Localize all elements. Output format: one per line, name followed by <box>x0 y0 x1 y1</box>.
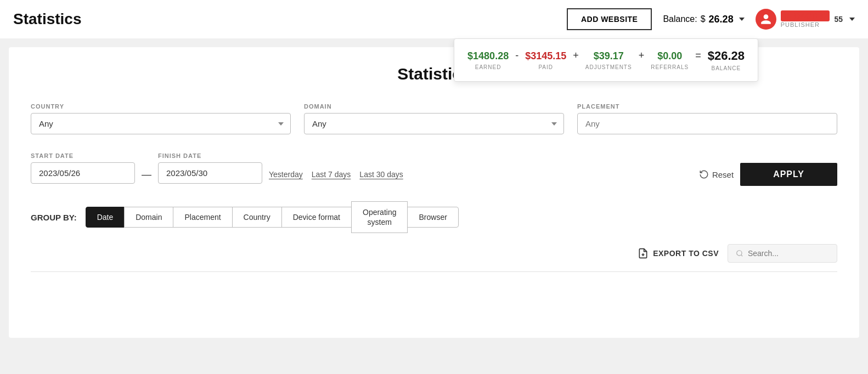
group-by-device-button[interactable]: Device format <box>281 207 352 228</box>
earned-item: $1480.28 EARNED <box>467 50 509 70</box>
balance-total-item: $26.28 BALANCE <box>708 49 745 71</box>
last30days-button[interactable]: Last 30 days <box>359 170 403 179</box>
finish-date-input[interactable] <box>158 162 262 184</box>
plus-op-2: + <box>639 50 645 61</box>
group-by-label: GROUP BY: <box>31 213 77 222</box>
user-name: REDACTED <box>781 10 830 21</box>
user-number: 55 <box>834 15 843 24</box>
start-date-label: START DATE <box>31 152 135 159</box>
earned-value: $1480.28 <box>467 50 509 62</box>
adjustments-value: $39.17 <box>594 50 624 62</box>
apply-button[interactable]: APPLY <box>740 163 837 186</box>
svg-line-3 <box>741 255 743 257</box>
start-date-input[interactable] <box>31 162 135 184</box>
quick-dates: Yesterday Last 7 days Last 30 days <box>269 170 403 179</box>
group-by-os-button[interactable]: Operatingsystem <box>351 201 408 233</box>
search-icon <box>736 249 743 258</box>
date-dash: — <box>142 169 151 180</box>
search-input[interactable] <box>748 249 829 258</box>
domain-filter-label: DOMAIN <box>304 103 564 110</box>
country-filter-label: COUNTRY <box>31 103 291 110</box>
country-select[interactable]: Any <box>31 113 291 134</box>
balance-currency: $ <box>701 14 706 24</box>
referrals-value: $0.00 <box>657 50 682 62</box>
user-chevron-icon <box>849 18 855 21</box>
balance-total-label: BALANCE <box>712 65 741 71</box>
start-date-group: START DATE <box>31 152 135 184</box>
group-by-date-button[interactable]: Date <box>86 207 125 228</box>
table-area <box>31 271 837 272</box>
yesterday-button[interactable]: Yesterday <box>269 170 303 179</box>
country-filter-group: COUNTRY Any <box>31 103 291 134</box>
reset-icon <box>699 169 709 179</box>
balance-section[interactable]: Balance: $ 26.28 <box>663 14 744 25</box>
paid-label: PAID <box>538 64 553 70</box>
export-csv-button[interactable]: EXPORT TO CSV <box>638 248 719 259</box>
domain-filter-group: DOMAIN Any <box>304 103 564 134</box>
finish-date-label: FINISH DATE <box>158 152 262 159</box>
header-right: ADD WEBSITE Balance: $ 26.28 REDACTED PU… <box>567 8 855 30</box>
header: Statistics ADD WEBSITE Balance: $ 26.28 … <box>0 0 868 38</box>
balance-popup: $1480.28 EARNED - $3145.15 PAID + $39.17… <box>454 38 758 82</box>
adjustments-label: ADJUSTMENTS <box>585 64 632 70</box>
group-by-browser-button[interactable]: Browser <box>407 207 458 228</box>
equals-op: = <box>695 50 701 61</box>
group-by-country-button[interactable]: Country <box>232 207 282 228</box>
domain-select[interactable]: Any <box>304 113 564 134</box>
group-by-domain-button[interactable]: Domain <box>124 207 173 228</box>
group-by-placement-button[interactable]: Placement <box>173 207 232 228</box>
page-title: Statistics <box>13 10 82 28</box>
balance-label: Balance: <box>663 14 697 24</box>
balance-total-value: $26.28 <box>708 49 745 63</box>
main-content: Statistics COUNTRY Any DOMAIN Any PLACEM… <box>9 47 859 338</box>
referrals-item: $0.00 REFERRALS <box>651 50 689 70</box>
export-icon <box>638 248 649 259</box>
group-by-row: GROUP BY: Date Domain Placement Country … <box>31 201 837 233</box>
plus-op-1: + <box>573 50 579 61</box>
search-box <box>728 244 837 263</box>
balance-amount: 26.28 <box>709 14 734 25</box>
finish-date-group: FINISH DATE <box>158 152 262 184</box>
avatar <box>756 9 776 30</box>
placement-filter-label: PLACEMENT <box>577 103 837 110</box>
last7days-button[interactable]: Last 7 days <box>312 170 351 179</box>
svg-point-2 <box>737 251 742 256</box>
reset-label: Reset <box>712 170 734 179</box>
filters-row: COUNTRY Any DOMAIN Any PLACEMENT <box>31 103 837 134</box>
earned-label: EARNED <box>475 64 501 70</box>
export-csv-label: EXPORT TO CSV <box>653 249 719 258</box>
placement-input[interactable] <box>577 113 837 134</box>
paid-value: $3145.15 <box>525 50 566 62</box>
referrals-label: REFERRALS <box>651 64 689 70</box>
balance-chevron-icon <box>739 18 745 21</box>
date-row: START DATE — FINISH DATE Yesterday Last … <box>31 150 837 186</box>
adjustments-item: $39.17 ADJUSTMENTS <box>585 50 632 70</box>
publisher-label: PUBLISHER <box>781 21 820 28</box>
user-info: REDACTED PUBLISHER <box>781 10 830 28</box>
placement-filter-group: PLACEMENT <box>577 103 837 134</box>
add-website-button[interactable]: ADD WEBSITE <box>567 8 652 30</box>
paid-item: $3145.15 PAID <box>525 50 566 70</box>
reset-button[interactable]: Reset <box>699 169 734 179</box>
export-row: EXPORT TO CSV <box>31 244 837 267</box>
user-section[interactable]: REDACTED PUBLISHER 55 <box>756 9 855 30</box>
minus-op: - <box>515 50 518 61</box>
